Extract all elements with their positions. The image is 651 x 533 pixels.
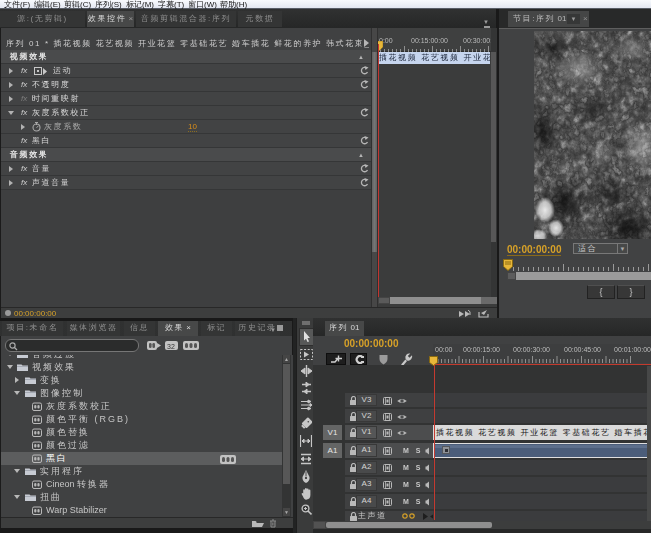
svg-text:32: 32: [167, 343, 175, 350]
